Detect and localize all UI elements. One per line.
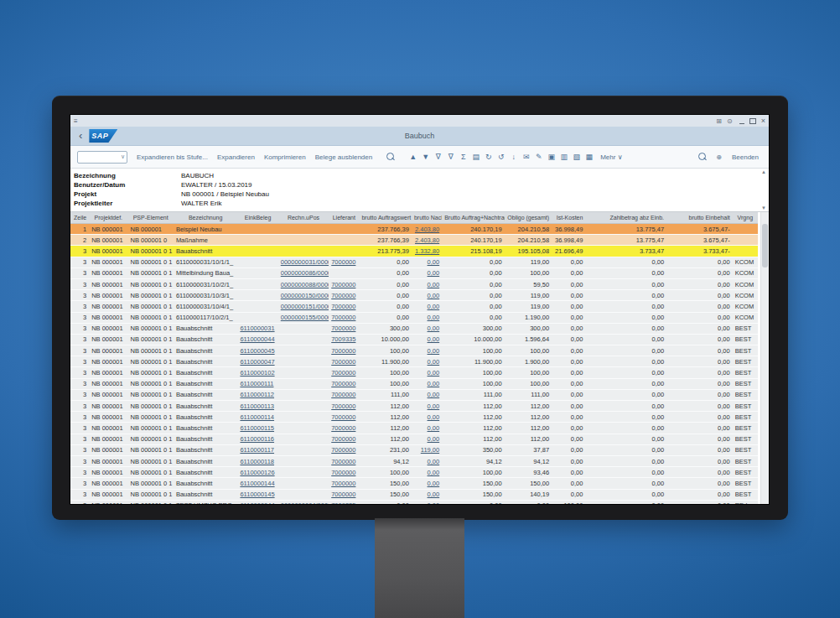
cell-link-einkbeleg[interactable]: 6110000111 <box>240 380 273 387</box>
cell-link-nachtrag[interactable]: 2.403,80 <box>415 226 439 233</box>
cell-link-rechn[interactable]: 0000000086/00001 <box>281 269 329 277</box>
cell-nachtrag[interactable]: 1.332,80 <box>412 246 442 257</box>
column-header-auftragswert[interactable]: brutto Auftragswert <box>359 212 411 224</box>
cell-link-rechn[interactable]: 0000000004/0001 <box>281 501 329 504</box>
cell-link-nachtrag[interactable]: 1.332,80 <box>415 247 439 255</box>
cell-einkbeleg[interactable]: 6110000044 <box>237 334 277 345</box>
table-row[interactable]: 1NB 000001NB 000001Beispiel Neubau237.76… <box>70 224 758 235</box>
cell-link-lieferant[interactable]: 7000000 <box>331 424 355 432</box>
search-icon[interactable] <box>384 153 397 162</box>
cell-einkbeleg[interactable]: 6110000111 <box>237 378 277 389</box>
cell-nachtrag[interactable]: 0,00 <box>412 290 442 301</box>
table-row[interactable]: 3NB 000001NB 000001 0 16110000031/10/1/1… <box>70 257 758 267</box>
hamburger-menu-icon[interactable]: ≡ <box>74 117 78 125</box>
cell-link-lieferant[interactable]: 7000000 <box>331 292 355 299</box>
table-row[interactable]: 3NB 000001NB 000001 0 16110000117/10/2/1… <box>70 312 758 323</box>
cell-link-lieferant[interactable]: 7000000 <box>331 258 355 266</box>
cell-lieferant[interactable]: 7000000 <box>329 423 359 434</box>
cell-lieferant[interactable]: 7000000 <box>329 444 359 455</box>
cell-einkbeleg[interactable]: 6110000102 <box>237 367 277 378</box>
exit-button[interactable]: Beenden <box>732 153 759 161</box>
cell-link-einkbeleg[interactable]: 6110000117 <box>240 446 274 454</box>
cell-link-nachtrag[interactable]: 0,00 <box>428 402 440 410</box>
cell-nachtrag[interactable]: 0,00 <box>412 412 442 423</box>
column-header-bezeichnung[interactable]: Bezeichnung <box>174 212 238 224</box>
expand-to-level-button[interactable]: Expandieren bis Stufe... <box>137 153 208 161</box>
cell-link-einkbeleg[interactable]: 6110000044 <box>240 335 274 343</box>
export-spreadsheet-icon[interactable]: ▥ <box>557 153 570 161</box>
cell-link-einkbeleg[interactable]: 6110000144 <box>240 480 274 487</box>
cell-nachtrag[interactable]: 2.403,80 <box>412 235 442 246</box>
table-row[interactable]: 3NB 000001NB 000001 0 1Bauabschnitt61100… <box>70 345 758 356</box>
more-menu-button[interactable]: Mehr ∨ <box>600 153 622 161</box>
cell-einkbeleg[interactable]: 6110000144 <box>237 478 277 489</box>
table-row[interactable]: 3NB 000001NB 000001 0 1Bauabschnitt61100… <box>70 444 758 455</box>
table-row[interactable]: 3NB 000001NB 000001 0 1TEST UMZUG PRO_61… <box>70 500 758 504</box>
column-header-obligo[interactable]: Obligo (gesamt) <box>505 212 552 224</box>
cell-nachtrag[interactable]: 0,00 <box>412 356 442 367</box>
cell-einkbeleg[interactable]: 6110000115 <box>237 423 277 434</box>
hide-documents-button[interactable]: Belege ausblenden <box>315 153 373 161</box>
cell-link-nachtrag[interactable]: 0,00 <box>428 292 440 299</box>
table-row[interactable]: 2NB 000001NB 000001 0Maßnahme237.766,392… <box>70 235 758 246</box>
cell-link-lieferant[interactable]: 7000000 <box>331 491 355 498</box>
cell-link-nachtrag[interactable]: 0,00 <box>428 347 440 355</box>
cell-nachtrag[interactable]: 0,00 <box>412 312 442 323</box>
cell-nachtrag[interactable]: 0,00 <box>412 323 442 334</box>
cell-einkbeleg[interactable]: 6110000116 <box>237 434 277 444</box>
cell-lieferant[interactable]: 7000000 <box>329 489 359 500</box>
cell-nachtrag[interactable]: 0,00 <box>412 301 442 312</box>
column-header-vrgng[interactable]: Vrgng <box>733 212 758 224</box>
layout-select[interactable]: ∨ <box>77 151 127 164</box>
cell-lieferant[interactable]: 7000000 <box>329 455 359 466</box>
cell-nachtrag[interactable]: 0,00 <box>412 257 442 267</box>
column-header-lieferant[interactable]: Lieferant <box>329 212 359 224</box>
scrollbar-thumb[interactable] <box>762 224 768 267</box>
column-header-rechn[interactable]: Rechn.uPos <box>278 212 329 224</box>
minimize-icon[interactable] <box>739 118 744 124</box>
cell-lieferant[interactable]: 7000000 <box>329 434 359 444</box>
cell-nachtrag[interactable]: 0,00 <box>412 455 442 466</box>
cell-link-nachtrag[interactable]: 0,00 <box>428 325 440 332</box>
cell-link-nachtrag[interactable]: 0,00 <box>428 391 440 398</box>
cell-einkbeleg[interactable]: 6110000045 <box>237 345 277 356</box>
refresh-all-icon[interactable]: ↺ <box>495 153 507 161</box>
cell-nachtrag[interactable]: 0,00 <box>412 367 442 378</box>
cell-nachtrag[interactable]: 0,00 <box>412 378 442 389</box>
cell-nachtrag[interactable]: 0,00 <box>412 489 442 500</box>
cell-einkbeleg[interactable]: 6110000118 <box>237 455 277 466</box>
cell-rechn[interactable]: 0000000155/00001 <box>278 312 329 323</box>
cell-nachtrag[interactable]: 0,00 <box>412 500 442 504</box>
cell-link-einkbeleg[interactable]: 6110000118 <box>240 458 274 465</box>
table-row[interactable]: 3NB 000001NB 000001 0 1Bauabschnitt61100… <box>70 367 758 378</box>
cell-nachtrag[interactable]: 119,00 <box>412 444 442 455</box>
subtotal-icon[interactable]: ▤ <box>469 153 482 161</box>
cell-lieferant[interactable]: 7000000 <box>329 278 359 289</box>
scroll-up-icon[interactable]: ▲ <box>761 169 766 174</box>
cell-link-nachtrag[interactable]: 0,00 <box>428 501 440 504</box>
export-file-icon[interactable]: ▧ <box>570 153 583 161</box>
refresh-icon[interactable]: ↻ <box>482 153 495 161</box>
cell-link-nachtrag[interactable]: 0,00 <box>428 258 440 266</box>
cell-link-rechn[interactable]: 0000000031/00001 <box>281 258 329 266</box>
table-row[interactable]: 3NB 000001NB 000001 0 1Bauabschnitt213.7… <box>70 246 758 257</box>
cell-nachtrag[interactable]: 2.403,80 <box>412 224 442 235</box>
table-row[interactable]: 3NB 000001NB 000001 0 1Bauabschnitt61100… <box>70 401 758 412</box>
cell-link-lieferant[interactable]: 7000000 <box>331 380 355 387</box>
header-scrollbar[interactable]: ▲ ▼ <box>760 169 768 210</box>
cell-nachtrag[interactable]: 0,00 <box>412 267 442 278</box>
cell-nachtrag[interactable]: 0,00 <box>412 401 442 412</box>
cell-link-lieferant[interactable]: 7000000 <box>331 369 355 377</box>
cell-einkbeleg[interactable]: 6110000031 <box>237 323 277 334</box>
cell-link-einkbeleg[interactable]: 6110000114 <box>240 413 274 421</box>
cell-link-nachtrag[interactable]: 0,00 <box>428 435 440 443</box>
cell-link-lieferant[interactable]: 7000000 <box>331 413 355 421</box>
cell-link-einkbeleg[interactable]: 6110000126 <box>240 469 274 476</box>
cell-lieferant[interactable]: 7000000 <box>329 389 359 400</box>
cell-rechn[interactable]: 0000000088/00001 <box>278 278 329 289</box>
cell-lieferant[interactable]: 7009335 <box>329 500 359 504</box>
cell-link-einkbeleg[interactable]: 6110000044 <box>240 501 274 504</box>
cell-link-nachtrag[interactable]: 0,00 <box>428 358 440 366</box>
cell-link-lieferant[interactable]: 7000000 <box>331 480 355 487</box>
column-header-zeile[interactable]: Zeile <box>70 212 89 224</box>
